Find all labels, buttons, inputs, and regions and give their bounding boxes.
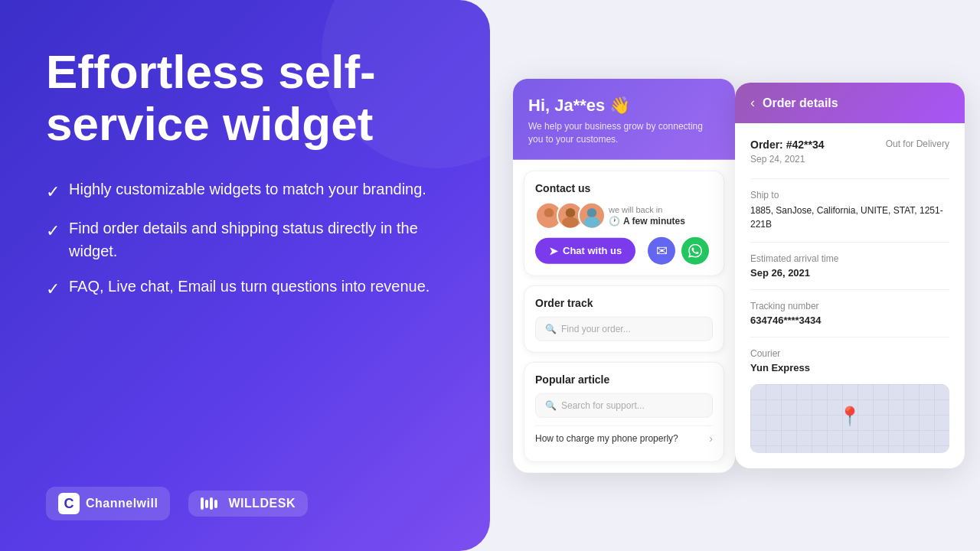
eta-label: Estimated arrival time — [750, 253, 949, 264]
contact-section: Contact us — [524, 170, 724, 276]
order-number: Order: #42**34 — [750, 139, 825, 151]
chat-header: Hi, Ja**es 👋 We help your business grow … — [513, 79, 735, 160]
article-section: Popular article 🔍 Search for support... … — [524, 361, 724, 461]
map-preview: 📍 — [750, 384, 949, 453]
agent-avatar-wrapper-1 — [535, 201, 557, 229]
order-track-section: Order track 🔍 Find your order... — [524, 285, 724, 352]
willdesk-logo: WILLDESK — [188, 491, 308, 517]
article-item-1[interactable]: How to charge my phone properly? › — [535, 425, 713, 450]
agent-avatar-wrapper-2 — [557, 201, 578, 229]
chat-send-icon: ➤ — [549, 244, 558, 256]
order-details-panel: ‹ Order details Order: #42**34 Out for D… — [735, 83, 965, 468]
feature-item-2: ✓ Find order details and shipping status… — [46, 217, 444, 262]
ship-to-label: Ship to — [750, 190, 949, 201]
features-list: ✓ Highly customizable widgets to match y… — [46, 178, 444, 302]
svg-point-5 — [583, 217, 599, 227]
left-panel: Effortless self-service widget ✓ Highly … — [0, 0, 490, 551]
chat-greeting: Hi, Ja**es 👋 — [528, 96, 720, 116]
svg-point-1 — [541, 217, 557, 227]
response-time: 🕐 A few minutes — [609, 215, 685, 226]
order-status: Out for Delivery — [886, 139, 949, 149]
order-date: Sep 24, 2021 — [750, 154, 949, 165]
divider-2 — [750, 242, 949, 243]
right-area: Hi, Ja**es 👋 We help your business grow … — [490, 0, 980, 551]
courier-value: Yun Express — [750, 362, 949, 373]
feature-item-1: ✓ Highly customizable widgets to match y… — [46, 178, 444, 204]
order-info-row: Order: #42**34 Out for Delivery — [750, 139, 949, 151]
order-search-placeholder: Find your order... — [561, 323, 631, 334]
map-marker-icon: 📍 — [838, 406, 861, 427]
eta-value: Sep 26, 2021 — [750, 267, 949, 279]
article-chevron-icon: › — [709, 432, 713, 444]
order-search-icon: 🔍 — [545, 323, 557, 334]
chat-with-us-button[interactable]: ➤ Chat with us — [535, 237, 635, 263]
tracking-label: Tracking number — [750, 301, 949, 311]
ship-to-value: 1885, SanJose, California, UNITE, STAT, … — [750, 204, 949, 231]
article-search-box[interactable]: 🔍 Search for support... — [535, 393, 713, 417]
clock-icon: 🕐 — [609, 215, 620, 226]
email-button[interactable]: ✉ — [648, 236, 675, 264]
svg-point-4 — [587, 208, 596, 217]
article-search-placeholder: Search for support... — [561, 399, 645, 410]
courier-label: Courier — [750, 348, 949, 359]
svg-point-3 — [562, 217, 578, 227]
chat-body: Contact us — [513, 159, 735, 472]
svg-point-0 — [544, 208, 554, 217]
svg-point-2 — [566, 208, 575, 217]
check-icon-2: ✓ — [46, 218, 60, 243]
willdesk-icon — [201, 497, 222, 510]
feature-item-3: ✓ FAQ, Live chat, Email us turn question… — [46, 275, 444, 302]
we-will-back-text: we will back in — [609, 204, 685, 214]
order-track-title: Order track — [535, 296, 713, 308]
contact-title: Contact us — [535, 181, 713, 194]
agent-avatar-3 — [578, 201, 606, 229]
response-time-info: we will back in 🕐 A few minutes — [609, 204, 685, 226]
brands-row: C Channelwill WILLDESK — [46, 487, 444, 520]
whatsapp-button[interactable] — [681, 236, 709, 264]
agent-avatar-wrapper-3 — [578, 201, 599, 229]
back-button[interactable]: ‹ — [750, 95, 755, 111]
order-panel-body: Order: #42**34 Out for Delivery Sep 24, … — [735, 123, 965, 468]
chat-subtitle: We help your business grow by connecting… — [528, 120, 720, 146]
main-container: Effortless self-service widget ✓ Highly … — [0, 0, 980, 551]
divider-1 — [750, 178, 949, 179]
order-panel-title: Order details — [763, 96, 838, 110]
contact-actions: ➤ Chat with us ✉ — [535, 236, 713, 264]
order-search-box[interactable]: 🔍 Find your order... — [535, 316, 713, 341]
tracking-value: 634746****3434 — [750, 315, 949, 326]
article-search-icon: 🔍 — [545, 399, 557, 410]
check-icon-3: ✓ — [46, 276, 60, 302]
agent-avatars — [535, 201, 599, 229]
article-text-1: How to charge my phone properly? — [535, 432, 678, 443]
article-section-title: Popular article — [535, 373, 713, 385]
channelwill-icon: C — [58, 493, 80, 514]
channelwill-logo: C Channelwill — [46, 487, 170, 520]
agents-row: we will back in 🕐 A few minutes — [535, 201, 713, 229]
headline: Effortless self-service widget — [46, 46, 444, 150]
divider-3 — [750, 289, 949, 290]
divider-4 — [750, 337, 949, 337]
chat-widget: Hi, Ja**es 👋 We help your business grow … — [513, 79, 735, 473]
order-panel-header: ‹ Order details — [735, 83, 965, 123]
check-icon-1: ✓ — [46, 179, 60, 204]
